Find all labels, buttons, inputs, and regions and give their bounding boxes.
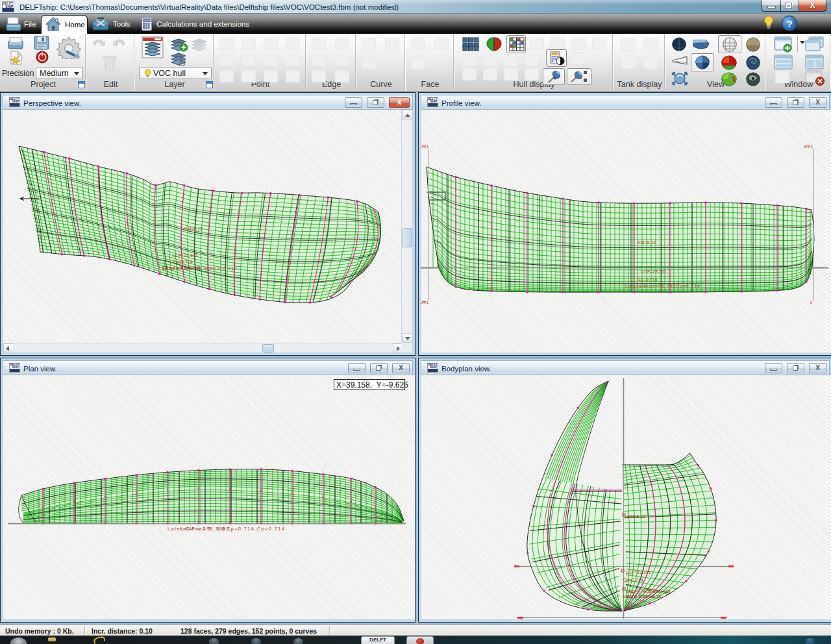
svg-text:Lateral area=96.96: Lateral area=96.96 — [623, 594, 662, 599]
svg-text:LPP.1: LPP.1 — [421, 301, 428, 304]
svg-text:KM=8.13: KM=8.13 — [627, 514, 645, 519]
svg-text:LCF=23.101: LCF=23.101 — [173, 253, 198, 258]
svg-text:LCF=23.101: LCF=23.101 — [626, 570, 651, 575]
svg-text:Cp=0.714: Cp=0.714 — [638, 277, 658, 282]
svg-text:0: 0 — [810, 301, 812, 304]
svg-text:LateralArea=96.966Cp=0.714: LateralArea=96.966Cp=0.714 — [625, 284, 700, 289]
svg-text:APP.0: APP.0 — [804, 145, 813, 149]
svg-text:KM=6.13: KM=6.13 — [184, 227, 203, 231]
svg-text:Cp=0.714: Cp=0.714 — [623, 578, 643, 583]
svg-text:LCF=23.101: LCF=23.101 — [641, 269, 667, 274]
svg-text:LPP.1: LPP.1 — [421, 145, 428, 149]
svg-text:Disp=934.958p=0.744: Disp=934.958p=0.744 — [626, 589, 671, 594]
svg-text:Cp=0.714: Cp=0.714 — [173, 260, 193, 265]
svg-text:KM=8.13: KM=8.13 — [638, 240, 656, 245]
svg-text:LateralArea=96.966Cp=0.714 Cp=: LateralArea=96.966Cp=0.714 Cp=0.714 — [167, 526, 284, 532]
svg-text:LCF=23.101: LCF=23.101 — [180, 526, 230, 532]
